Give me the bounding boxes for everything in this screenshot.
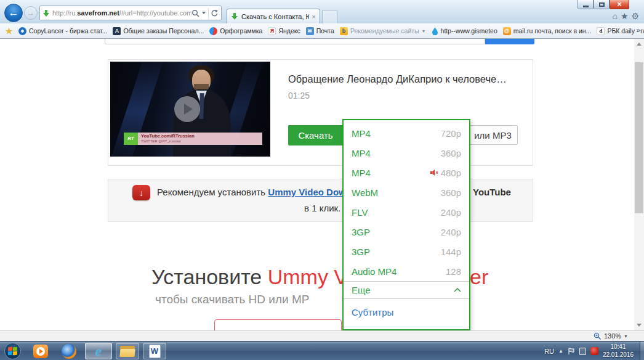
orfogrammka-icon [209, 27, 217, 35]
copylancer-icon [18, 27, 26, 35]
language-indicator[interactable]: RU [544, 348, 554, 355]
menu-item-webm-360[interactable]: WebM360p [344, 182, 469, 202]
bookmark-orders[interactable]: A Общие заказы Персонал... [113, 27, 204, 35]
back-arrow-icon: ← [9, 7, 19, 19]
tab-savefrom[interactable]: Скачать с Контакта, Ютуб,... × [227, 9, 320, 23]
vertical-scrollbar[interactable] [634, 39, 644, 330]
folder-icon [120, 346, 135, 357]
scroll-up-arrow[interactable] [634, 39, 644, 49]
action-center-flag-icon[interactable] [568, 348, 575, 355]
address-dropdown-icon[interactable] [201, 11, 206, 15]
ummy-downloader-icon: ↓ [132, 185, 150, 200]
home-icon[interactable]: ⌂ [612, 12, 617, 20]
yandex-icon: Я [268, 27, 276, 35]
video-thumbnail[interactable]: RT YouTube.com/RTrussian TWITTER @RT_rus… [110, 62, 270, 157]
close-button[interactable]: × [610, 0, 629, 9]
scrollbar-thumb[interactable] [635, 62, 643, 213]
tools-gear-icon[interactable]: ⚙ [631, 12, 639, 20]
promo-install-button[interactable] [214, 319, 342, 330]
scroll-down-arrow[interactable] [634, 320, 644, 330]
taskbar-explorer[interactable] [116, 343, 139, 359]
command-bar: ⌂ ★ ⚙ [612, 12, 639, 20]
favorites-star-icon[interactable]: ★ [621, 12, 629, 20]
download-button[interactable]: Скачать [288, 125, 343, 145]
divider [208, 8, 209, 18]
mail-envelope-icon: ✉ [306, 27, 314, 35]
close-icon: × [617, 1, 621, 8]
caption-channel: YouTube.com/RTrussian [141, 134, 259, 139]
refresh-icon[interactable] [211, 9, 219, 17]
savefrom-submit-button[interactable] [485, 39, 534, 44]
network-icon[interactable] [579, 348, 586, 355]
menu-item-subtitles[interactable]: Субтитры [344, 299, 469, 317]
bookmark-mailru[interactable]: @ mail.ru почта, поиск в ин... [503, 27, 592, 35]
bookmark-suggested-sites[interactable]: b Рекомендуемые сайты ▼ [340, 27, 426, 35]
chevron-up-icon [454, 288, 461, 292]
chevron-down-icon: ▼ [422, 29, 426, 33]
zoom-dropdown-icon[interactable]: ▼ [624, 334, 628, 338]
system-tray: RU ▲ 10:41 22.01.2016 [544, 342, 639, 360]
page-content: RT YouTube.com/RTrussian TWITTER @RT_rus… [0, 39, 634, 330]
favorites-overflow-icon[interactable]: » [636, 26, 640, 35]
video-duration: 01:25 [288, 91, 310, 100]
browser-chrome: ← → http://ru.savefrom.net/#url=http://y… [0, 0, 644, 23]
tab-close-icon[interactable]: × [312, 13, 316, 20]
window-controls: × [578, 0, 629, 9]
start-button[interactable] [4, 343, 21, 359]
taskbar-word[interactable]: W [143, 343, 166, 359]
maximize-icon [599, 2, 605, 7]
taskbar-clock[interactable]: 10:41 22.01.2016 [603, 343, 634, 359]
promo-heading-tail: er [470, 265, 488, 289]
hidden-icons-arrow[interactable]: ▲ [558, 348, 563, 354]
rbc-icon: d [597, 27, 605, 35]
menu-item-mp4-480[interactable]: MP4 480p [344, 163, 469, 182]
forward-arrow-icon: → [27, 9, 34, 17]
internet-explorer-icon: e [95, 345, 102, 358]
menu-item-mp4-720[interactable]: MP4720p [344, 123, 469, 143]
promo-subheading: чтобы скачивать HD или MP [155, 293, 309, 306]
menu-item-flv-240[interactable]: FLV240p [344, 202, 469, 222]
add-favorite-icon[interactable]: ★ [5, 27, 13, 35]
menu-item-3gp-144[interactable]: 3GP144p [344, 242, 469, 261]
bookmark-mail[interactable]: ✉ Почта [306, 27, 334, 35]
back-button[interactable]: ← [4, 4, 23, 22]
zoom-magnifier-icon [594, 332, 602, 340]
gismeteo-drop-icon [432, 27, 438, 35]
new-tab-button[interactable] [322, 10, 337, 23]
bookmark-copylancer[interactable]: CopyLancer - биржа стат... [18, 27, 107, 35]
zoom-level[interactable]: 130% [604, 332, 621, 340]
or-mp3-button[interactable]: или MP3 [468, 125, 518, 145]
savefrom-favicon [42, 9, 50, 17]
maximize-button[interactable] [594, 0, 610, 9]
thumbnail-caption: RT YouTube.com/RTrussian TWITTER @RT_rus… [124, 133, 262, 145]
menu-item-audio-mp4[interactable]: Audio MP4128 [344, 261, 469, 281]
taskbar-internet-explorer[interactable]: e [85, 343, 112, 359]
windows-logo-icon [8, 347, 17, 355]
status-bar: 130% ▼ [0, 330, 644, 341]
play-icon [184, 104, 193, 115]
play-button-overlay[interactable] [174, 96, 200, 122]
media-player-icon [33, 345, 48, 358]
menu-item-mp4-360[interactable]: MP4360p [344, 143, 469, 163]
forward-button[interactable]: → [24, 6, 38, 20]
minimize-button[interactable] [578, 0, 594, 9]
bookmark-yandex[interactable]: Я Яндекс [268, 27, 300, 35]
address-bar[interactable]: http://ru.savefrom.net/#url=http://youtu… [39, 6, 222, 20]
menu-item-more[interactable]: Еще [344, 282, 469, 299]
taskbar-media-player[interactable] [31, 343, 50, 359]
url-text[interactable]: http://ru.savefrom.net/#url=http://youtu… [52, 9, 191, 17]
word-icon: W [149, 345, 161, 358]
bookmark-gismeteo[interactable]: http--www.gismeteo [432, 27, 497, 35]
show-desktop-button[interactable] [640, 342, 644, 360]
savefrom-url-input[interactable] [105, 39, 485, 44]
ummy-link[interactable]: Ummy Video Dow [268, 187, 345, 197]
promo-heading: Установите Ummy Vi [151, 265, 352, 289]
recommend-text-line2: в 1 клик. [304, 203, 340, 213]
rt-logo: RT [124, 133, 138, 145]
bookmark-orfogrammka[interactable]: Орфограммка [209, 27, 262, 35]
a-square-icon: A [113, 27, 121, 35]
menu-item-3gp-240[interactable]: 3GP240p [344, 222, 469, 242]
volume-alert-icon[interactable] [590, 347, 598, 355]
taskbar-firefox[interactable] [59, 343, 79, 359]
search-icon[interactable] [191, 9, 199, 17]
